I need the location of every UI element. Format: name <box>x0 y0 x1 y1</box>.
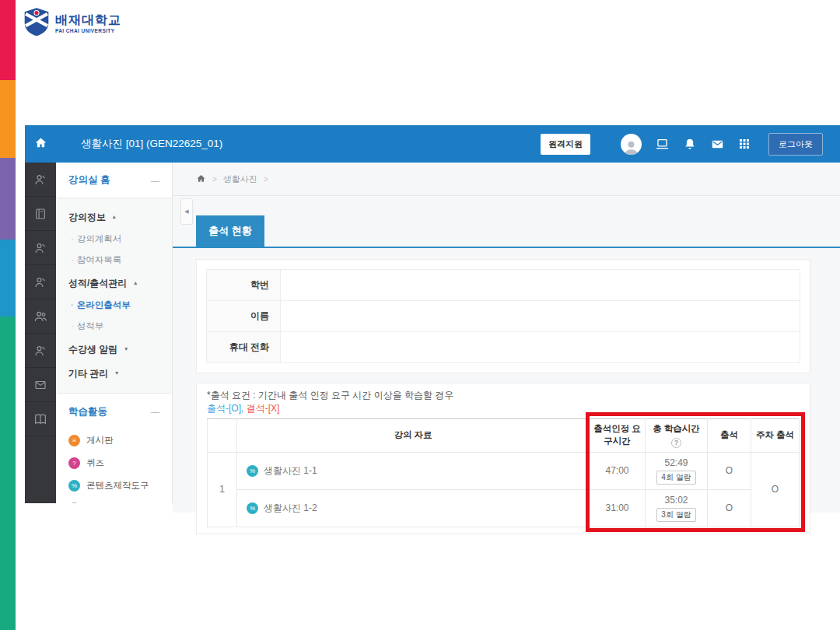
sidebar-section-student-alerts[interactable]: 수강생 알림 ▼ <box>56 337 172 361</box>
tab-attendance-status[interactable]: 출석 현황 <box>196 215 264 247</box>
content-icon: % <box>247 465 258 477</box>
breadcrumb: > 생활사진 > <box>173 163 840 196</box>
course-title: 생활사진 [01] (GEN22625_01) <box>81 137 222 151</box>
week-number: 1 <box>208 452 237 527</box>
quick-nav-rail <box>25 163 56 503</box>
views-badge[interactable]: 4회 열람 <box>656 471 695 485</box>
notification-bell-icon[interactable] <box>683 137 697 151</box>
university-logo[interactable]: 배재대학교 PAI CHAI UNIVERSITY <box>23 7 121 40</box>
total-time-cell: 52:49 4회 열람 <box>646 452 708 489</box>
sidebar-item-content-tool[interactable]: % 콘텐츠제작도구 <box>56 474 172 497</box>
stripe-orange <box>0 80 16 158</box>
total-time: 35:02 <box>649 495 704 506</box>
student-name-value <box>281 301 800 332</box>
rail-activity-icon[interactable] <box>25 334 56 368</box>
student-id-value <box>281 270 800 301</box>
content-icon: % <box>247 502 258 514</box>
student-info-card: 학번 이름 휴대 전화 <box>196 259 810 373</box>
breadcrumb-home-icon[interactable] <box>196 173 206 185</box>
rail-grades-icon[interactable] <box>25 265 56 299</box>
table-row: 이름 <box>207 301 800 332</box>
table-row: 1 % 생활사진 1-1 47:00 52:49 4회 열람 O O <box>208 452 800 489</box>
sidebar-item-gradebook[interactable]: ·성적부 <box>56 316 172 337</box>
file-icon: ≣ <box>68 502 80 503</box>
rail-message-icon[interactable] <box>25 368 56 402</box>
sidebar-item-file[interactable]: ≣ 파일 <box>56 497 172 503</box>
chevron-up-icon: ▲ <box>111 214 117 219</box>
total-time: 52:49 <box>649 457 704 468</box>
university-shield-icon <box>23 7 50 40</box>
quiz-icon: ? <box>68 457 80 469</box>
chevron-down-icon: ▼ <box>124 346 129 352</box>
sidebar-item-quiz[interactable]: ? 퀴즈 <box>56 452 172 474</box>
laptop-icon[interactable] <box>655 137 670 152</box>
table-row: 휴대 전화 <box>207 332 800 363</box>
student-phone-value <box>281 332 800 363</box>
student-id-label: 학번 <box>207 270 281 301</box>
rail-course-icon[interactable] <box>25 163 56 197</box>
legend-present: 출석-[O], <box>207 403 243 414</box>
rail-syllabus-icon[interactable] <box>25 197 56 231</box>
user-avatar[interactable] <box>621 134 642 155</box>
total-time-cell: 35:02 3회 열람 <box>646 489 708 527</box>
content-tool-icon: % <box>68 480 80 492</box>
logout-button[interactable]: 로그아웃 <box>768 133 823 156</box>
sidebar-item-participants[interactable]: ·참여자목록 <box>56 250 172 271</box>
home-icon <box>34 136 47 152</box>
stripe-green <box>0 317 16 630</box>
sidebar-item-board[interactable]: ≡ 게시판 <box>56 429 172 452</box>
stripe-blue <box>0 240 16 317</box>
chevron-up-icon: ▲ <box>133 280 138 285</box>
collapse-arrow-icon: ◀ <box>184 208 188 215</box>
minus-collapse-icon[interactable]: — <box>151 176 159 185</box>
sidebar-section-activities[interactable]: 학습활동 <box>68 405 107 418</box>
material-link[interactable]: % 생활사진 1-2 <box>240 502 586 515</box>
main-content: > 생활사진 > ◀ 출석 현황 학번 이름 휴대 전화 *출석 요건 : 기간… <box>173 163 840 513</box>
required-time: 31:00 <box>590 489 646 527</box>
legend-absent: 결석-[X] <box>247 403 280 414</box>
university-name-en: PAI CHAI UNIVERSITY <box>55 28 121 33</box>
required-time: 47:00 <box>590 452 646 489</box>
course-topbar: 생활사진 [01] (GEN22625_01) 원격지원 로그아웃 <box>25 125 840 163</box>
table-row: % 생활사진 1-2 31:00 35:02 3회 열람 O <box>208 489 800 527</box>
material-link[interactable]: % 생활사진 1-1 <box>240 464 586 478</box>
material-column-header: 강의 자료 <box>237 419 590 453</box>
attendance-requirement-note: *출석 요건 : 기간내 출석 인정 요구 시간 이상을 학습할 경우 <box>207 390 800 401</box>
sidebar-section-course-info[interactable]: 강의정보 ▲ <box>56 205 172 229</box>
material-cell: % 생활사진 1-1 <box>237 452 590 489</box>
remote-support-button[interactable]: 원격지원 <box>541 134 590 155</box>
minus-collapse-icon[interactable]: — <box>151 407 159 416</box>
breadcrumb-course-link[interactable]: 생활사진 <box>223 173 257 185</box>
rail-attendance-icon[interactable] <box>25 231 56 265</box>
week-column-header <box>208 419 237 453</box>
attendance-mark: O <box>708 489 751 527</box>
sidebar-item-course-home[interactable]: 강의실 홈 <box>68 173 110 187</box>
student-phone-label: 휴대 전화 <box>207 332 281 363</box>
rail-library-icon[interactable] <box>25 402 56 436</box>
weekly-attendance-mark: O <box>751 452 800 527</box>
university-name-ko: 배재대학교 <box>55 13 121 27</box>
views-badge[interactable]: 3회 열람 <box>656 508 695 522</box>
student-name-label: 이름 <box>207 301 281 332</box>
student-info-table: 학번 이름 휴대 전화 <box>206 269 800 363</box>
help-icon[interactable]: ? <box>671 438 681 448</box>
apps-grid-icon[interactable] <box>738 138 751 150</box>
sidebar-section-grade-attendance[interactable]: 성적/출석관리 ▲ <box>56 271 172 295</box>
mail-icon[interactable] <box>710 137 725 152</box>
sidebar-item-online-attendance[interactable]: ·온라인출석부 <box>56 295 172 316</box>
brand-color-stripe <box>0 0 16 630</box>
attendance-legend: 출석-[O], 결석-[X] <box>207 403 800 415</box>
attendance-mark: O <box>708 452 751 489</box>
tab-strip: 출석 현황 <box>173 215 840 248</box>
course-menu-sidebar: 강의실 홈 — 강의정보 ▲ ·강의계획서 ·참여자목록 성적/출석관리 ▲ ·… <box>56 163 173 503</box>
attendance-column-header: 출석 <box>708 419 751 453</box>
sidebar-section-misc-admin[interactable]: 기타 관리 ▼ <box>56 361 172 385</box>
stripe-purple <box>0 158 16 240</box>
chevron-down-icon: ▼ <box>114 370 120 376</box>
home-button[interactable] <box>25 125 56 163</box>
attendance-header-row: 강의 자료 출석인정 요구시간 총 학습시간 ? 출석 주차 출석 <box>208 419 800 453</box>
sidebar-collapse-handle[interactable]: ◀ <box>180 198 193 225</box>
rail-students-icon[interactable] <box>25 299 56 334</box>
required-time-column-header: 출석인정 요구시간 <box>590 419 646 453</box>
sidebar-item-syllabus[interactable]: ·강의계획서 <box>56 229 172 250</box>
